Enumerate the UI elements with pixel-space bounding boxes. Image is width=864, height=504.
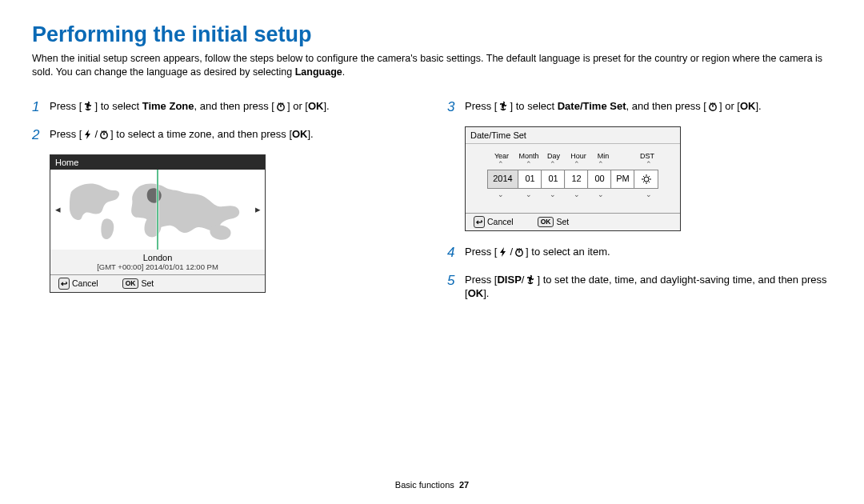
back-icon: ↩: [58, 278, 70, 290]
intro-text: When the initial setup screen appears, f…: [32, 52, 832, 79]
ok-key-icon: OK: [538, 217, 554, 227]
timer-icon: [514, 246, 525, 258]
cancel-button[interactable]: ↩Cancel: [58, 278, 98, 290]
page-title: Performing the initial setup: [32, 22, 832, 47]
timezone-gmt: [GMT +00:00] 2014/01/01 12:00 PM: [50, 262, 265, 274]
set-button[interactable]: OKSet: [538, 217, 570, 227]
datetime-title: Date/Time Set: [466, 127, 680, 144]
datetime-cells[interactable]: 2014 01 01 12 00 PM: [487, 170, 658, 189]
datetime-labels: Year Month Day Hour Min DST: [474, 152, 672, 160]
step-number: 1: [32, 98, 43, 117]
step-3: 3 Press [] to select Date/Time Set, and …: [447, 98, 832, 117]
up-arrows: ⌃⌃⌃⌃⌃⌃: [474, 160, 672, 168]
back-icon: ↩: [474, 216, 485, 228]
year-cell[interactable]: 2014: [488, 170, 518, 188]
hour-cell[interactable]: 12: [566, 170, 588, 188]
world-map-icon: [65, 170, 250, 250]
step-number: 3: [447, 98, 458, 117]
ok-icon: OK: [308, 100, 324, 112]
timezone-location: London: [50, 250, 265, 262]
macro-icon: [82, 101, 94, 112]
flash-icon: [82, 129, 94, 140]
prev-arrow-icon[interactable]: ◂: [50, 203, 65, 215]
step-number: 2: [32, 126, 43, 145]
step-number: 5: [447, 272, 458, 290]
step-5: 5 Press [DISP/] to set the date, time, a…: [447, 272, 832, 301]
down-arrows: ⌄⌄⌄⌄⌄⌄: [474, 190, 672, 198]
next-arrow-icon[interactable]: ▸: [250, 203, 265, 215]
ok-icon: OK: [468, 287, 484, 299]
dst-cell[interactable]: [635, 170, 658, 188]
cancel-button[interactable]: ↩Cancel: [474, 216, 514, 228]
day-cell[interactable]: 01: [542, 170, 565, 188]
ampm-cell[interactable]: PM: [612, 170, 634, 188]
timer-icon: [707, 101, 718, 112]
ok-icon: OK: [292, 128, 308, 140]
datetime-screen: Date/Time Set Year Month Day Hour Min DS…: [465, 126, 681, 231]
step-1: 1 Press [] to select Time Zone, and then…: [32, 98, 417, 117]
month-cell[interactable]: 01: [519, 170, 542, 188]
min-cell[interactable]: 00: [589, 170, 611, 188]
step-2: 2 Press [/] to select a time zone, and t…: [32, 126, 417, 145]
step-4: 4 Press [/] to select an item.: [447, 244, 832, 262]
ok-icon: OK: [740, 100, 756, 112]
macro-icon: [525, 274, 536, 286]
timezone-title: Home: [50, 155, 265, 170]
timezone-screen: Home ◂ ▸ London: [50, 154, 266, 293]
disp-icon: DISP: [497, 274, 521, 286]
set-button[interactable]: OKSet: [122, 278, 154, 289]
page-footer: Basic functions 27: [32, 480, 832, 490]
timer-icon: [275, 101, 286, 112]
step-number: 4: [447, 244, 458, 262]
ok-key-icon: OK: [122, 278, 139, 289]
flash-icon: [498, 246, 509, 258]
macro-icon: [498, 101, 509, 112]
timer-icon: [98, 129, 110, 140]
